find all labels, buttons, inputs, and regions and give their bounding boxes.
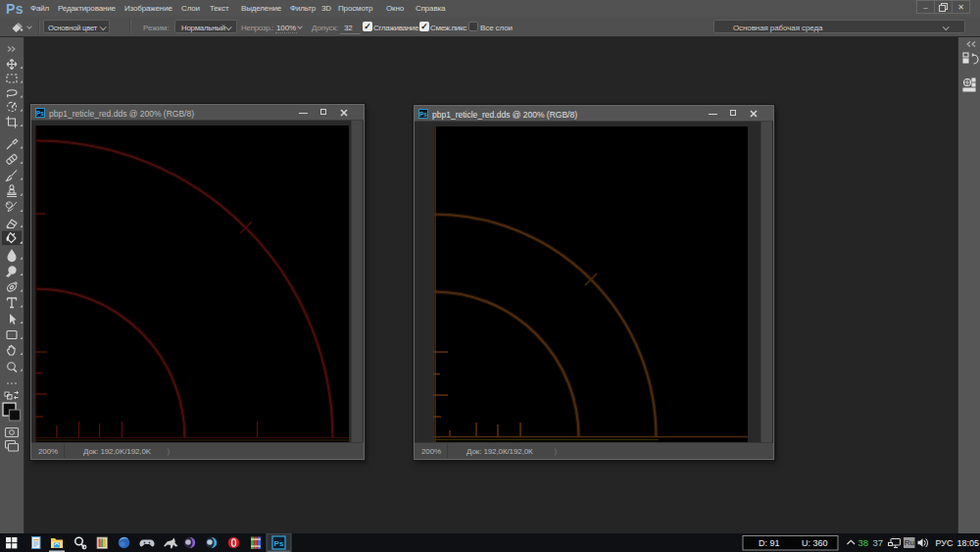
svg-text:38: 38 bbox=[858, 537, 869, 548]
svg-text:18:05: 18:05 bbox=[957, 538, 980, 548]
svg-text:Ru: Ru bbox=[905, 538, 914, 547]
svg-text:РУС: РУС bbox=[936, 538, 955, 548]
svg-text:37: 37 bbox=[873, 537, 884, 548]
svg-text:U: 360: U: 360 bbox=[802, 538, 828, 548]
svg-text:Ps: Ps bbox=[274, 539, 284, 548]
svg-text:D: 91: D: 91 bbox=[759, 538, 780, 548]
